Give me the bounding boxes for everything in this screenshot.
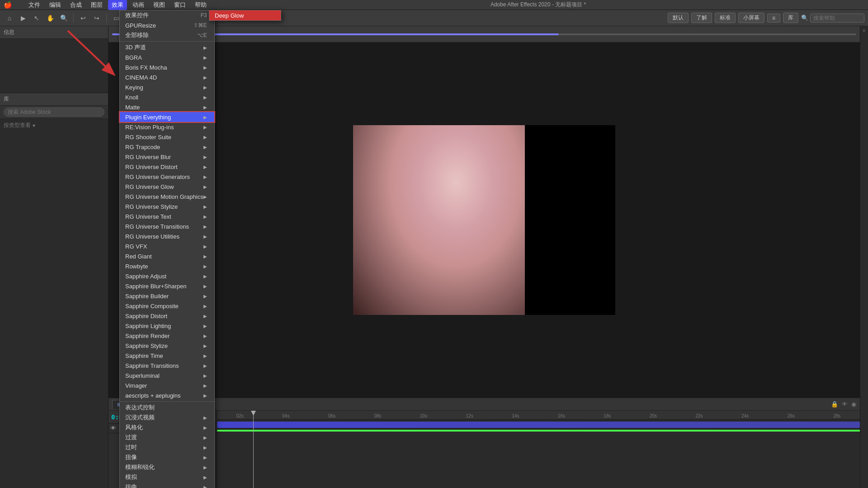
menu-sapphire-blur[interactable]: Sapphire Blur+Sharpen▶ [120,281,214,291]
mark-12s: 12s [447,413,493,418]
menu-bgra[interactable]: BGRA▶ [120,52,214,62]
play-btn[interactable]: ▶ [17,12,29,24]
btn-menu[interactable]: ≡ [767,14,780,23]
menu-superluminal[interactable]: Superluminal▶ [120,371,214,380]
menu-revision-plugins[interactable]: RE:Vision Plug-ins▶ [120,122,214,132]
menu-file[interactable]: 文件 [25,0,44,10]
menu-over-time[interactable]: 过时▶ [120,442,214,452]
menu-immersive-video[interactable]: 沉浸式视频▶ [120,413,214,422]
timeline-content: 0:00:00:00 🔍 👁 🔒 ◉ ▶ 1 📷 88a3f15...0ae.j… [108,411,860,488]
sep1 [73,14,74,23]
search-icon: 🔍 [801,14,808,21]
menu-rg-universe-stylize[interactable]: RG Universe Stylize▶ [120,202,214,211]
mark-02s: 02s [217,413,263,418]
menu-red-giant[interactable]: Red Giant▶ [120,251,214,261]
menu-boris-fx[interactable]: Boris FX Mocha▶ [120,62,214,72]
menu-edit[interactable]: 编辑 [46,0,65,10]
zoom-tool[interactable]: 🔍 [58,12,70,24]
menu-simulate[interactable]: 模拟▶ [120,472,214,482]
library-panel-header: 库 [0,93,108,106]
solo-icon: ◉ [851,401,856,408]
btn-learn[interactable]: 了解 [691,13,712,23]
center-area: ⊞ 合成 1 渲染队列 🔒 👁 ◉ 0:00:00:00 [108,26,860,488]
menu-knoll[interactable]: Knoll▶ [120,92,214,102]
menu-window[interactable]: 窗口 [170,0,189,10]
home-btn[interactable]: ⌂ [4,12,15,24]
mark-18s: 18s [585,413,631,418]
menu-rg-universe-utilities[interactable]: RG Universe Utilities▶ [120,231,214,241]
menu-rg-universe-motion[interactable]: RG Universe Motion Graphics▶ [120,192,214,202]
menu-rg-universe-generators[interactable]: RG Universe Generators▶ [120,172,214,182]
menu-matte[interactable]: Matte▶ [120,102,214,112]
menu-rg-universe-blur[interactable]: RG Universe Blur▶ [120,152,214,162]
preview-bar [108,26,860,42]
menu-rowbyte[interactable]: Rowbyte▶ [120,261,214,271]
menu-expression-controls[interactable]: 表达式控制 [120,403,214,413]
preview-area[interactable] [108,42,860,398]
layer-visibility-toggle[interactable]: 👁 [110,425,116,432]
menu-view[interactable]: 视图 [150,0,169,10]
menu-cinema4d[interactable]: CINEMA 4D▶ [120,72,214,82]
preview-image [353,125,525,315]
menu-distort[interactable]: 扭像▶ [120,452,214,462]
menu-rg-trapcode[interactable]: RG Trapcode▶ [120,142,214,152]
menu-help[interactable]: 帮助 [191,0,210,10]
btn-library[interactable]: 库 [783,13,798,23]
menu-effect-controls[interactable]: 效果控件 F3 [120,10,214,20]
select-tool[interactable]: ↖ [31,12,42,24]
menu-all-effects[interactable]: 全部移除 ⌥E [120,30,214,40]
menu-rg-universe-distort[interactable]: RG Universe Distort▶ [120,162,214,172]
menu-layer[interactable]: 图层 [87,0,106,10]
timeline-controls: 🔒 👁 ◉ [831,401,856,408]
menu-sapphire-time[interactable]: Sapphire Time▶ [120,351,214,361]
menu-3d-sound[interactable]: 3D 声道▶ [120,42,214,52]
mark-20s: 20s [630,413,676,418]
menu-warp[interactable]: 扭曲▶ [120,482,214,488]
apple-menu[interactable]: 🍎 [4,1,12,9]
layer-bar[interactable] [217,422,860,428]
search-container: 🔍 [801,14,864,23]
submenu-deep-glow[interactable]: Deep Glow [209,10,281,20]
menu-rg-universe-transitions[interactable]: RG Universe Transitions▶ [120,221,214,231]
playhead[interactable] [253,411,254,488]
menu-animation[interactable]: 动画 [129,0,148,10]
undo-btn[interactable]: ↩ [77,12,89,24]
menu-rg-shooter[interactable]: RG Shooter Suite▶ [120,132,214,142]
preview-black-area [525,125,615,315]
menu-sapphire-adjust[interactable]: Sapphire Adjust▶ [120,271,214,281]
menu-rg-universe-text[interactable]: RG Universe Text▶ [120,211,214,221]
menu-sapphire-builder[interactable]: Sapphire Builder▶ [120,291,214,301]
mark-22s: 22s [676,413,722,418]
library-search-input[interactable] [4,108,104,117]
menu-effects[interactable]: 效果 [108,0,127,10]
right-panel-toggle[interactable]: ≡ [863,28,866,33]
menu-keying[interactable]: Keying▶ [120,82,214,92]
view-type-selector[interactable]: 按类型查看 ▾ [0,119,108,132]
btn-small-screen[interactable]: 小屏幕 [738,13,764,23]
menu-blur-sharpen[interactable]: 模糊和锐化▶ [120,462,214,472]
menu-sapphire-distort[interactable]: Sapphire Distort▶ [120,311,214,321]
hand-tool[interactable]: ✋ [44,12,56,24]
menu-style[interactable]: 风格化▶ [120,422,214,432]
search-input[interactable] [810,14,864,23]
redo-btn[interactable]: ↪ [91,12,103,24]
menu-sapphire-render[interactable]: Sapphire Render▶ [120,331,214,341]
menu-sapphire-composite[interactable]: Sapphire Composite▶ [120,301,214,311]
right-panel: ≡ [860,26,868,488]
menu-rg-vfx[interactable]: RG VFX▶ [120,241,214,251]
menu-rg-universe-glow[interactable]: RG Universe Glow▶ [120,182,214,192]
menu-sapphire-lighting[interactable]: Sapphire Lighting▶ [120,321,214,331]
btn-default[interactable]: 默认 [668,13,689,23]
menu-sapphire-transitions[interactable]: Sapphire Transitions▶ [120,361,214,371]
timeline-track-row [217,420,860,430]
btn-standard[interactable]: 标准 [715,13,736,23]
menu-compose[interactable]: 合成 [66,0,85,10]
ruler-marks: 02s 04s 06s 08s 10s 12s 14s 16s 18s 20s … [217,411,860,420]
menu-sapphire-stylize[interactable]: Sapphire Stylize▶ [120,341,214,351]
effect-controls-label: 效果控件 [125,11,149,19]
menu-plugin-everything[interactable]: Plugin Everything▶ [120,112,214,122]
menu-gpu-resize[interactable]: GPUResize ⇧⌘E [120,20,214,30]
menu-aescripts[interactable]: aescripts + aeplugins▶ [120,390,214,400]
menu-transition[interactable]: 过渡▶ [120,432,214,442]
menu-vimager[interactable]: Vimager▶ [120,380,214,390]
